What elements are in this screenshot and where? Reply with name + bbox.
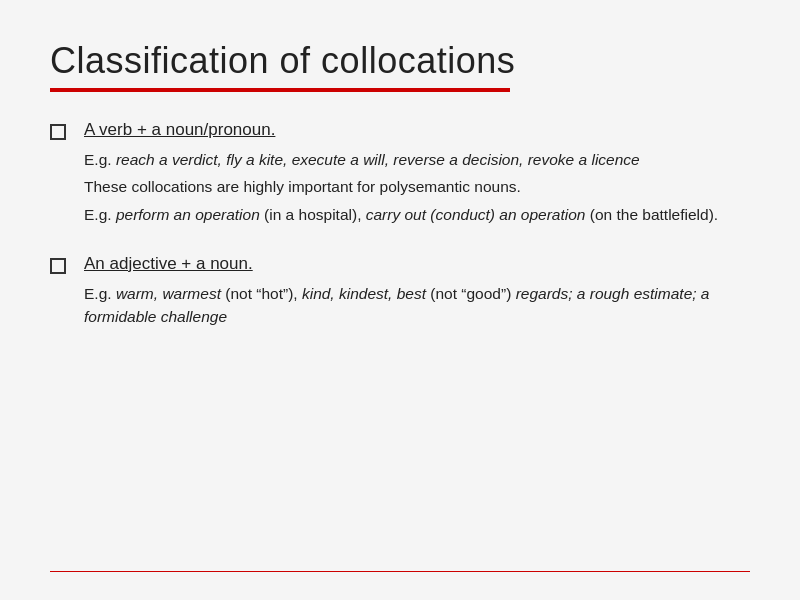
item-1-header: A verb + a noun/pronoun.	[84, 120, 718, 140]
slide: Classification of collocations A verb + …	[0, 0, 800, 600]
slide-title: Classification of collocations	[50, 40, 750, 82]
item-1-line-1: E.g. reach a verdict, fly a kite, execut…	[84, 148, 718, 171]
item-2-header: An adjective + a noun.	[84, 254, 724, 274]
item-1-content: A verb + a noun/pronoun. E.g. reach a ve…	[84, 120, 718, 226]
item-2-content: An adjective + a noun. E.g. warm, warmes…	[84, 254, 724, 329]
title-section: Classification of collocations	[50, 40, 750, 92]
list-item: An adjective + a noun. E.g. warm, warmes…	[50, 254, 750, 329]
content-area: A verb + a noun/pronoun. E.g. reach a ve…	[50, 120, 750, 328]
item-1-line-2: These collocations are highly important …	[84, 175, 718, 198]
title-underline	[50, 88, 510, 92]
item-1-line-3: E.g. perform an operation (in a hospital…	[84, 203, 718, 226]
item-2-line-1: E.g. warm, warmest (not “hot”), kind, ki…	[84, 282, 724, 329]
checkbox-icon	[50, 258, 66, 274]
bottom-divider	[50, 571, 750, 573]
checkbox-icon	[50, 124, 66, 140]
list-item: A verb + a noun/pronoun. E.g. reach a ve…	[50, 120, 750, 226]
